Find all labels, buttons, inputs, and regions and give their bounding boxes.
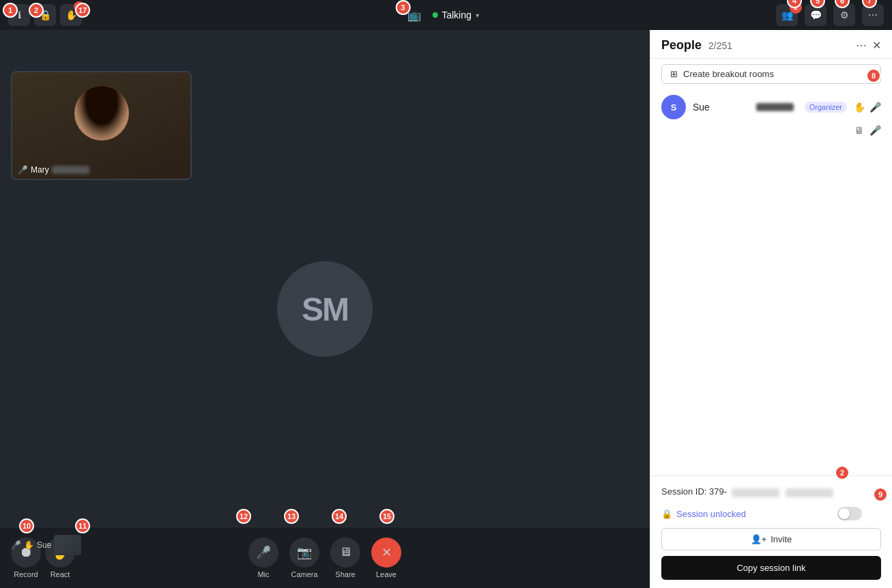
main-video-area: SM 🎤 Mary [0, 30, 650, 588]
more-button[interactable]: ⋯ [862, 4, 884, 26]
sue-mic2-icon[interactable]: 🎤 [869, 125, 881, 136]
people-count-badge: 2 [790, 1, 802, 14]
chat-button[interactable]: 💬 [805, 4, 826, 26]
mary-lastname-blur [52, 166, 89, 174]
breakout-rooms-button[interactable]: ⊞ Create breakout rooms [661, 64, 881, 84]
leave-button[interactable]: ✕ Leave [371, 538, 401, 578]
sm-initials: SM [302, 291, 348, 328]
sue-role-badge: Organizer [805, 102, 847, 113]
top-bar-left: ℹ 🔒 ✋ 1 1 2 17 [8, 4, 82, 26]
chat-icon: 💬 [810, 10, 822, 20]
sue-participant-name: Sue [693, 102, 749, 113]
right-panel: 👥 💬 ⚙ ⋯ People 2/251 8 ⋯ ✕ ⊞ Create brea… [650, 0, 892, 588]
session-unlock-toggle[interactable] [837, 507, 862, 520]
record-label: Record [14, 570, 38, 578]
panel-title: People [661, 38, 702, 53]
camera-icon: 📷 [289, 538, 319, 568]
panel-header: People 2/251 8 ⋯ ✕ [650, 30, 892, 59]
mic-label: Mic [257, 570, 269, 578]
session-area: Session ID: 379- 2 ▾ 🔒 Session unlocked … [650, 475, 892, 588]
session-id-blur [732, 488, 779, 497]
mary-thumbnail[interactable]: 🎤 Mary [11, 71, 192, 180]
talking-label: Talking [442, 10, 472, 20]
settings-icon: ⚙ [840, 10, 849, 20]
annotation-2-session: 2 [835, 465, 850, 480]
camera-button[interactable]: 📷 Camera [289, 538, 319, 578]
top-bar-center: 3 📺 Talking ▾ [407, 7, 485, 23]
share-button[interactable]: 🖥 Share [330, 538, 360, 578]
invite-button[interactable]: 👤+ Invite [661, 528, 881, 550]
copy-session-label: Copy session link [736, 563, 805, 573]
session-id-text: Session ID: 379- [661, 486, 727, 497]
invite-label: Invite [771, 534, 792, 544]
sue-avatar: S [661, 95, 686, 119]
sue-thumbnail [54, 535, 81, 555]
session-unlock-label: Session unlocked [676, 509, 746, 519]
participant-sue[interactable]: S Sue Organizer ✋ 🎤 [650, 89, 892, 125]
leave-label: Leave [376, 570, 397, 578]
mic-icon: 🎤 [248, 538, 278, 568]
leave-icon: ✕ [371, 538, 401, 568]
sm-avatar: SM [277, 261, 373, 357]
invite-icon: 👤+ [751, 534, 767, 544]
sue-screen-icon[interactable]: 🖥 [854, 125, 864, 136]
talking-button[interactable]: Talking ▾ [427, 7, 485, 23]
panel-more-icon[interactable]: ⋯ [856, 39, 867, 52]
breakout-label: Create breakout rooms [683, 69, 774, 79]
toggle-knob [839, 508, 850, 519]
screen-share-icon: 📺 [407, 9, 421, 22]
hand-count-badge: 1 [74, 1, 85, 12]
talking-dot [432, 12, 437, 18]
more-icon: ⋯ [868, 10, 878, 20]
share-label: Share [335, 570, 355, 578]
camera-label: Camera [291, 570, 317, 578]
sue-hand-icon: ✋ [24, 540, 34, 550]
sue-hand-raised-icon[interactable]: ✋ [854, 102, 865, 113]
people-button[interactable]: 👥 2 [776, 4, 798, 26]
session-id-blur2 [786, 488, 833, 497]
panel-close-icon[interactable]: ✕ [872, 39, 881, 52]
settings-button[interactable]: ⚙ [833, 4, 855, 26]
mary-overlay: 🎤 Mary [18, 165, 89, 175]
sue-extra-icons: 🖥 🎤 [650, 125, 892, 141]
sue-participant-icons: ✋ 🎤 [854, 102, 881, 113]
bottom-center-controls: 12 🎤 Mic 13 📷 Camera 14 🖥 Share 15 ✕ Lea… [248, 538, 401, 578]
people-count-label: 2/251 [708, 40, 732, 51]
lock-icon-session: 🔒 [661, 509, 672, 519]
info-button[interactable]: ℹ [8, 4, 30, 26]
sue-name-bottom: Sue [37, 540, 51, 550]
lock-button[interactable]: 🔒 [34, 4, 56, 26]
session-id-row: Session ID: 379- 2 ▾ [661, 484, 881, 499]
top-bar-right: 4 👥 2 5 💬 6 ⚙ 7 ⋯ [776, 4, 884, 26]
bottom-bar: 10 ⏺ Record 11 ✋ React 🎤 ✋ Sue 12 🎤 Mic … [0, 527, 650, 588]
lock-icon: 🔒 [40, 10, 51, 20]
session-id-label: Session ID: 379- [661, 486, 835, 497]
panel-header-icons: 8 ⋯ ✕ [856, 39, 881, 52]
mic-button[interactable]: 🎤 Mic [248, 538, 278, 578]
session-chevron[interactable]: ▾ [876, 486, 881, 497]
talking-chevron: ▾ [476, 12, 479, 19]
mary-name-label: Mary [31, 165, 49, 175]
sue-mic-icon[interactable]: 🎤 [869, 102, 881, 113]
session-unlock-row: 🔒 Session unlocked 9 [661, 506, 881, 521]
breakout-icon: ⊞ [670, 69, 678, 79]
hand-icon: ✋ [66, 10, 77, 20]
info-icon: ℹ [18, 10, 21, 20]
share-icon: 🖥 [330, 538, 360, 568]
sue-mute-icon: 🎤 [11, 540, 21, 550]
mary-mute-icon: 🎤 [18, 165, 28, 175]
top-bar: ℹ 🔒 ✋ 1 1 2 17 3 📺 Talking ▾ 4 👥 2 [0, 0, 892, 30]
copy-session-link-button[interactable]: Copy session link [661, 556, 881, 580]
react-label: React [51, 570, 70, 578]
hand-button[interactable]: ✋ 1 [60, 4, 82, 26]
sue-name-blur [756, 103, 794, 111]
sue-bottom-info: 🎤 ✋ Sue [11, 535, 81, 555]
